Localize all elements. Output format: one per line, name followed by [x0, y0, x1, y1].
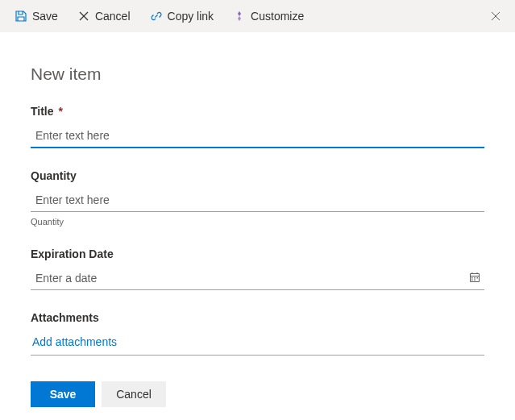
save-icon: [15, 10, 27, 23]
quantity-input[interactable]: [31, 189, 484, 212]
field-quantity: Quantity Quantity: [31, 169, 484, 227]
title-label: Title: [31, 105, 54, 118]
expiration-label: Expiration Date: [31, 247, 484, 260]
expiration-input-row: [31, 267, 484, 290]
save-button[interactable]: Save: [31, 381, 95, 407]
customize-icon: [233, 10, 246, 23]
field-attachments: Attachments Add attachments: [31, 311, 484, 356]
link-icon: [150, 10, 163, 23]
expiration-date-input[interactable]: [31, 267, 465, 289]
quantity-label: Quantity: [31, 169, 484, 182]
title-input[interactable]: [31, 124, 484, 148]
form-panel: New item Title * Quantity Quantity Expir…: [0, 32, 515, 420]
cancel-button[interactable]: Cancel: [102, 381, 166, 407]
add-attachments-link[interactable]: Add attachments: [32, 335, 117, 348]
toolbar-cancel-label: Cancel: [95, 10, 131, 23]
toolbar-copylink-button[interactable]: Copy link: [142, 3, 222, 29]
toolbar-customize-button[interactable]: Customize: [225, 3, 312, 29]
required-indicator: *: [58, 105, 62, 118]
toolbar-save-button[interactable]: Save: [6, 3, 66, 29]
quantity-helper: Quantity: [31, 217, 484, 227]
calendar-icon: [468, 271, 481, 284]
toolbar-save-label: Save: [32, 10, 58, 23]
close-button[interactable]: [483, 3, 509, 29]
toolbar-cancel-button[interactable]: Cancel: [69, 3, 139, 29]
datepicker-button[interactable]: [465, 268, 484, 289]
toolbar-copylink-label: Copy link: [168, 10, 214, 23]
toolbar-customize-label: Customize: [251, 10, 304, 23]
cancel-icon: [77, 10, 90, 23]
field-title: Title *: [31, 105, 484, 148]
toolbar: Save Cancel Copy link Customize: [0, 0, 515, 32]
close-icon: [489, 10, 502, 23]
title-label-row: Title *: [31, 105, 484, 118]
field-expiration-date: Expiration Date: [31, 247, 484, 290]
footer-buttons: Save Cancel: [31, 381, 484, 407]
attachments-row: Add attachments: [31, 331, 484, 356]
attachments-label: Attachments: [31, 311, 484, 324]
page-title: New item: [31, 64, 484, 84]
